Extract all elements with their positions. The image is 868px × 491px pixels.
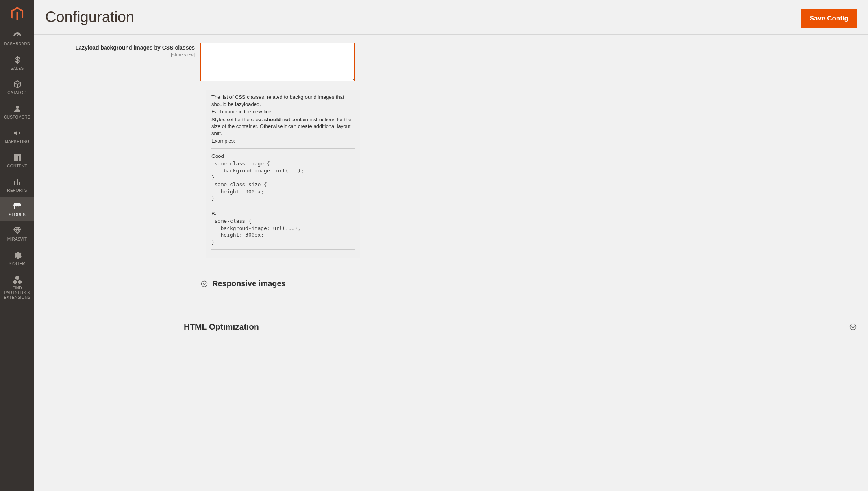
note-line: Examples: [211, 137, 355, 145]
dollar-icon [13, 55, 22, 65]
field-scope: [store view] [45, 52, 195, 57]
good-code: .some-class-image { backgroud-image: url… [211, 160, 355, 202]
nav-item-catalog[interactable]: CATALOG [0, 75, 34, 99]
nav-item-content[interactable]: CONTENT [0, 148, 34, 172]
divider [211, 249, 355, 250]
svg-point-1 [850, 324, 856, 330]
nav-item-customers[interactable]: CUSTOMERS [0, 99, 34, 124]
nav-item-dashboard[interactable]: DASHBOARD [0, 26, 34, 50]
nav-item-reports[interactable]: REPORTS [0, 172, 34, 197]
page-title: Configuration [45, 9, 134, 34]
nav-label: CUSTOMERS [4, 115, 30, 120]
svg-point-0 [202, 281, 207, 287]
storefront-icon [13, 202, 22, 211]
lazyload-css-textarea[interactable] [200, 43, 355, 81]
bars-icon [13, 177, 22, 187]
admin-sidebar: DASHBOARDSALESCATALOGCUSTOMERSMARKETINGC… [0, 0, 34, 358]
nav-label: FIND PARTNERS & EXTENSIONS [2, 286, 33, 300]
note-line: Each name in the new line. [211, 108, 355, 115]
good-label: Good [211, 153, 355, 160]
page-header: Configuration Save Config [34, 0, 868, 35]
megaphone-icon [13, 128, 22, 138]
nav-label: SALES [11, 66, 24, 71]
nav-label: STORES [9, 213, 26, 217]
section-responsive-images[interactable]: Responsive images [200, 272, 857, 295]
lazyload-css-row: Lazyload background images by CSS classe… [45, 43, 857, 83]
main-area: Configuration Save Config Lazyload backg… [34, 0, 868, 358]
chevron-down-circle-icon [200, 280, 208, 288]
gear-icon [13, 250, 22, 260]
nav-label: DASHBOARD [4, 42, 30, 46]
divider [211, 148, 355, 149]
field-label: Lazyload background images by CSS classe… [76, 44, 195, 51]
field-note: The list of CSS classes, related to back… [206, 90, 360, 258]
bad-code: .some-class { backgroud-image: url(...);… [211, 218, 355, 245]
config-content: Lazyload background images by CSS classe… [34, 35, 868, 358]
gauge-icon [13, 31, 22, 40]
box-icon [13, 80, 22, 89]
section-html-optimization[interactable]: HTML Optimization [184, 311, 857, 339]
nav-label: CONTENT [7, 164, 27, 169]
nav-item-marketing[interactable]: MARKETING [0, 124, 34, 148]
field-input-col [200, 43, 355, 83]
layout-icon [13, 153, 22, 162]
nav-item-stores[interactable]: STORES [0, 197, 34, 221]
nav-item-sales[interactable]: SALES [0, 50, 34, 75]
diamond-icon [13, 226, 22, 235]
section-title: HTML Optimization [184, 322, 259, 332]
divider [211, 206, 355, 206]
save-config-button[interactable]: Save Config [801, 9, 857, 28]
note-line: The list of CSS classes, related to back… [211, 94, 355, 107]
nav-item-system[interactable]: SYSTEM [0, 246, 34, 270]
bad-label: Bad [211, 210, 355, 217]
sections-list: Responsive images HTML Optimization [200, 272, 857, 339]
field-label-col: Lazyload background images by CSS classe… [45, 43, 200, 83]
nav-label: MARKETING [5, 139, 29, 144]
nav-label: SYSTEM [9, 261, 26, 266]
nav-item-mirasvit[interactable]: MIRASVIT [0, 221, 34, 246]
person-icon [13, 104, 22, 113]
nav-item-find-partners-extensions[interactable]: FIND PARTNERS & EXTENSIONS [0, 270, 34, 304]
cubes-icon [13, 275, 22, 284]
logo[interactable] [5, 0, 30, 26]
chevron-down-circle-icon [849, 323, 857, 331]
section-title: Responsive images [212, 279, 286, 288]
nav-label: CATALOG [7, 91, 26, 95]
note-line: Styles set for the class should not cont… [211, 116, 355, 137]
nav-label: REPORTS [7, 188, 27, 193]
nav-label: MIRASVIT [7, 237, 27, 242]
magento-logo-icon [10, 7, 24, 21]
